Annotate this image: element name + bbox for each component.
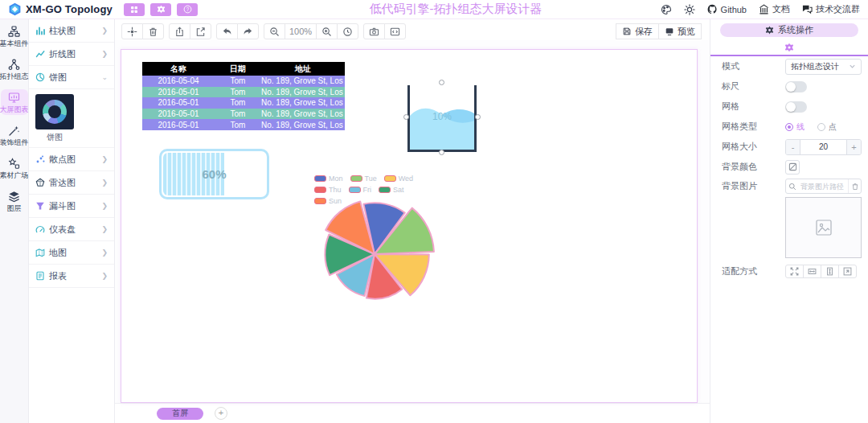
mode-select[interactable]: 拓扑组态设计 [785,59,862,75]
system-operation-header[interactable]: 系统操作 [720,23,858,37]
table-header: 日期 [215,64,261,75]
panel-item-funnel-chart[interactable]: 漏斗图 ❯ [29,195,114,218]
table-cell: 2016-05-01 [142,88,215,97]
rail-item-layers[interactable]: 图层 [1,188,28,214]
data-table-widget[interactable]: 名称 日期 地址 2016-05-04TomNo. 189, Grove St,… [142,62,345,130]
chat-icon [802,4,813,14]
chevron-right-icon: ❯ [101,50,108,58]
grid-size-input[interactable] [800,140,846,154]
rose-chart[interactable] [312,191,437,317]
legend-label: Wed [399,175,413,183]
search-icon[interactable] [786,179,799,193]
gear-icon[interactable] [150,3,171,16]
zoom-level[interactable]: 100% [285,23,317,39]
chevron-right-icon: ❯ [101,202,108,210]
preview-icon [665,27,674,36]
theme-light-icon[interactable] [684,4,695,15]
delete-icon[interactable] [142,23,164,39]
question-icon[interactable]: ? [177,3,198,16]
redo-icon[interactable] [237,23,259,39]
legend-item[interactable]: Tue [350,175,377,183]
preview-button[interactable]: 预览 [658,23,702,39]
fit-scale-icon[interactable] [838,265,857,278]
rail-label: 素材广场 [0,171,29,179]
stepper-increase-button[interactable]: + [846,140,861,154]
gear-icon [765,26,774,35]
bg-color-picker[interactable] [785,160,800,175]
panel-item-line-chart[interactable]: 折线图 ❯ [29,43,114,66]
clear-bg-image-icon[interactable] [848,179,861,193]
app-name: XM-GO Topology [26,3,113,15]
rail-item-topology[interactable]: 拓扑组态 [1,56,28,82]
preview-label: 预览 [678,26,695,38]
chevron-right-icon: ❯ [101,225,108,233]
grid-type-dot-radio[interactable]: 点 [817,121,837,133]
legend-item[interactable]: Mon [314,175,343,183]
canvas-area[interactable]: 名称 日期 地址 2016-05-04TomNo. 189, Grove St,… [115,40,710,403]
mode-label: 模式 [722,60,785,72]
save-icon [622,27,632,36]
embed-code-icon[interactable] [384,23,406,39]
panel-item-bar-chart[interactable]: 柱状图 ❯ [29,19,114,43]
rail-item-basic-components[interactable]: 基本组件 [1,23,28,49]
save-button[interactable]: 保存 [616,23,659,39]
panel-item-radar-chart[interactable]: 雷达图 ❯ [29,171,114,195]
pie-thumbnail[interactable] [35,94,74,129]
selection-handle-bottom[interactable] [439,150,444,155]
panel-item-gauge-chart[interactable]: 仪表盘 ❯ [29,218,114,241]
community-label: 技术交流群 [816,3,860,15]
design-page[interactable]: 名称 日期 地址 2016-05-04TomNo. 189, Grove St,… [121,49,698,403]
fit-height-icon[interactable] [821,265,839,278]
rail-item-decorations[interactable]: 装饰组件 [1,122,28,148]
selection-handle-top[interactable] [439,80,444,85]
liquid-gauge-widget[interactable]: 10% [407,85,477,152]
github-link[interactable]: Github [707,4,747,14]
rail-item-screen-charts[interactable]: 大屏图表 [1,89,28,115]
grid-toggle[interactable] [785,101,807,113]
component-panel: 柱状图 ❯ 折线图 ❯ 饼图 ⌄ 饼图 散点图 ❯ 雷达图 ❯ [29,19,115,423]
docs-link[interactable]: 文档 [759,3,790,15]
left-rail: 基本组件 拓扑组态 大屏图表 装饰组件 素材广场 图层 [0,19,29,423]
stepper-decrease-button[interactable]: - [786,140,800,154]
screen-tab-home[interactable]: 首屏 [157,408,203,420]
panel-item-label: 仪表盘 [49,224,76,236]
import-icon[interactable] [169,23,190,39]
legend-item[interactable]: Wed [384,175,413,183]
theme-palette-icon[interactable] [661,4,672,15]
grid-type-line-radio[interactable]: 线 [785,121,805,133]
panel-item-pie-chart[interactable]: 饼图 ⌄ [29,66,114,89]
export-icon[interactable] [190,23,211,39]
grid-icon[interactable] [124,3,145,16]
scatter-chart-icon [35,154,45,164]
radio-label: 线 [796,121,805,133]
fit-stretch-icon[interactable] [785,265,804,278]
rail-item-material-market[interactable]: 素材广场 [1,155,28,181]
zoom-out-icon[interactable] [264,23,285,39]
panel-item-map-chart[interactable]: 地图 ❯ [29,241,114,265]
panel-item-label: 漏斗图 [49,200,76,212]
bg-image-preview[interactable] [785,197,862,258]
selection-handle-left[interactable] [403,114,409,120]
screenshot-icon[interactable] [363,23,385,39]
bg-image-path-input[interactable] [799,183,848,191]
panel-item-label: 报表 [49,270,67,282]
progress-widget[interactable]: 60% [159,149,269,199]
multi-select-icon[interactable] [121,23,143,39]
panel-item-report[interactable]: 报表 ❯ [29,265,114,288]
table-row: 2016-05-01TomNo. 189, Grove St, Los An..… [142,87,345,98]
fit-width-icon[interactable] [803,265,821,278]
grid-label: 网格 [722,101,785,113]
table-cell: Tom [215,121,261,129]
community-link[interactable]: 技术交流群 [802,3,860,15]
zoom-in-icon[interactable] [316,23,338,39]
rail-label: 装饰组件 [0,138,29,146]
add-screen-button[interactable]: + [215,407,227,420]
panel-item-scatter-chart[interactable]: 散点图 ❯ [29,148,114,171]
settings-tab[interactable] [710,40,868,56]
bg-color-label: 背景颜色 [722,161,785,173]
selection-handle-right[interactable] [475,114,481,120]
undo-icon[interactable] [216,23,238,39]
grid-size-row: 网格大小 - + [710,137,868,157]
history-icon[interactable] [337,23,358,39]
ruler-toggle[interactable] [785,81,807,92]
